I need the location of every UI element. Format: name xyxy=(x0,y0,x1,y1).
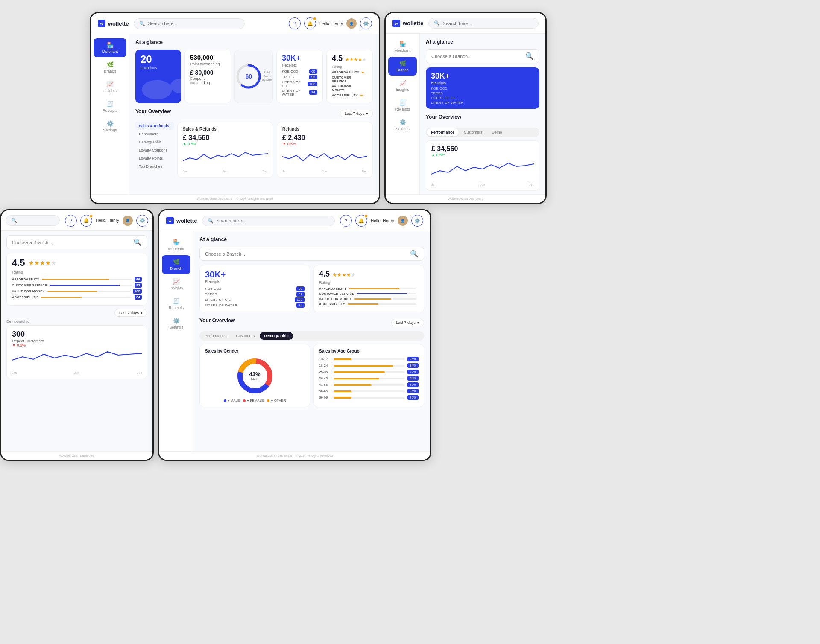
w4-receipts[interactable]: 🧾 Receipts xyxy=(162,294,190,313)
rating-stars: ★★★★★ xyxy=(345,55,366,63)
search-input-win2[interactable] xyxy=(442,21,533,26)
sidebar-label-receipts: Receipts xyxy=(102,108,117,113)
sidebar-item-merchant[interactable]: 🏪 Merchant xyxy=(94,38,126,57)
w4-settings[interactable]: ⚙️ Settings xyxy=(162,314,190,333)
locations-label: Locations xyxy=(141,66,176,70)
w3-metric-1: CUSTOMER SERVICE 93 xyxy=(12,283,142,288)
points-num: 530,000 xyxy=(190,54,226,61)
gear-btn-w4[interactable]: ⚙️ xyxy=(411,215,423,227)
ov-demographic[interactable]: Demographic xyxy=(135,138,174,146)
legend-other: ● OTHER xyxy=(267,399,286,402)
logo-win2: w wollette xyxy=(392,20,423,27)
bottom-left-window: 🔍 ? 🔔 Hello, Henry 👤 ⚙️ 🔍 xyxy=(0,209,154,461)
w2-glance-title: At a glance xyxy=(426,39,539,45)
settings-icon: ⚙️ xyxy=(107,120,114,127)
bell-btn-w3[interactable]: 🔔 xyxy=(80,215,92,227)
w4-receipts-num: 30K+ xyxy=(205,270,305,280)
user-greeting: Hello, Henry xyxy=(319,21,343,26)
w4-branch[interactable]: 🌿 Branch xyxy=(162,255,190,274)
gender-donut: 43% Male xyxy=(236,357,274,395)
tab-performance[interactable]: Performance xyxy=(427,128,459,136)
charts-row: Sales & Refunds £ 34,560 ▲ 0.5% Jan Jun … xyxy=(177,122,373,178)
main-dashboard-window: w wollette 🔍 ? 🔔 Hello, Henry 👤 ⚙️ xyxy=(90,12,380,204)
w2-branch-icon: 🌿 xyxy=(399,60,406,67)
help-btn-w3[interactable]: ? xyxy=(65,215,77,227)
tab-demo[interactable]: Demo xyxy=(488,128,507,136)
ov-top-branches[interactable]: Top Branches xyxy=(135,163,174,170)
w2-tab-row: Performance Customers Demo xyxy=(426,128,539,137)
sidebar-item-insights[interactable]: 📈 Insights xyxy=(94,78,126,96)
ov-loyalty-coupons[interactable]: Loyalty Coupons xyxy=(135,146,174,154)
sidebar-item-receipts[interactable]: 🧾 Receipts xyxy=(94,97,126,116)
sidebar-item-branch[interactable]: 🌿 Branch xyxy=(94,58,126,77)
w4-tab-demographic[interactable]: Demographic xyxy=(260,332,293,340)
help-button[interactable]: ? xyxy=(289,17,301,29)
avatar-w4: 👤 xyxy=(398,216,408,226)
search-bar-win2[interactable]: 🔍 xyxy=(428,18,539,29)
gauge-card: 60 Point Sales System xyxy=(234,50,273,103)
w2-receipts[interactable]: 🧾 Receipts xyxy=(388,96,417,115)
ov-consumers[interactable]: Consumers xyxy=(135,130,174,138)
search-input-win1[interactable] xyxy=(148,21,239,26)
w3-branch-input[interactable] xyxy=(12,240,130,245)
help-btn-w4[interactable]: ? xyxy=(340,215,352,227)
w4-overview-title: Your Overview xyxy=(199,318,235,323)
age-card: Sales by Age Group 13-17 25% 18-24 84% xyxy=(313,344,424,407)
search-input-win4[interactable] xyxy=(216,218,329,223)
gear-btn-w3[interactable]: ⚙️ xyxy=(136,215,148,227)
settings-button[interactable]: ⚙️ xyxy=(360,17,372,29)
w4-insights[interactable]: 📈 Insights xyxy=(162,275,190,294)
app-name-w2: wollette xyxy=(403,20,423,26)
metric-value-money: VALUE FOR MONEY xyxy=(332,85,367,92)
w4-tab-performance[interactable]: Performance xyxy=(200,332,231,340)
top-nav-win1: w wollette 🔍 ? 🔔 Hello, Henry 👤 ⚙️ xyxy=(91,13,379,34)
svg-point-0 xyxy=(142,80,172,99)
sidebar-item-settings[interactable]: ⚙️ Settings xyxy=(94,117,126,136)
tab-customers[interactable]: Customers xyxy=(460,128,487,136)
main-layout-win1: 🏪 Merchant 🌿 Branch 📈 Insights 🧾 Receipt… xyxy=(91,34,379,194)
w3-sparkline xyxy=(12,347,142,369)
search-bar-win3[interactable]: 🔍 xyxy=(6,215,60,226)
search-icon-w2: 🔍 xyxy=(434,20,440,26)
w3-metric-0: AFFORDABILITY 66 xyxy=(12,277,142,282)
ov-loyalty-points[interactable]: Loyalty Points xyxy=(135,154,174,162)
branch-search-input-w2[interactable] xyxy=(431,54,522,59)
search-bar-win1[interactable]: 🔍 xyxy=(134,18,245,29)
w2-merchant[interactable]: 🏪 Merchant xyxy=(388,37,417,56)
search-input-win3[interactable] xyxy=(20,218,54,223)
w4-branch-search[interactable]: 🔍 xyxy=(199,247,424,261)
w3-rating-num: 4.5 xyxy=(12,257,25,268)
w4-rating-card: 4.5 ★★★★★ Rating AFFORDABILITY CUSTOMER … xyxy=(313,265,424,312)
w2-branch[interactable]: 🌿 Branch xyxy=(388,57,417,76)
w2-settings-icon: ⚙️ xyxy=(399,119,406,125)
overview-title: Your Overview xyxy=(135,108,171,114)
w4-receipts-label: Receipts xyxy=(205,280,305,284)
branch-search-w2[interactable]: 🔍 xyxy=(426,49,539,63)
age-group-list: 13-17 25% 18-24 84% 25-35 xyxy=(319,357,419,400)
w4-period-select[interactable]: Last 7 days ▾ xyxy=(391,319,424,326)
ov-sales-refunds[interactable]: Sales & Refunds xyxy=(135,122,174,130)
w4-branch-input[interactable] xyxy=(205,251,407,256)
receipt-row-2: LITERS OF OIL 102 xyxy=(282,80,317,88)
w4-tab-customers[interactable]: Customers xyxy=(232,332,259,340)
receipts-label: Receipts xyxy=(282,63,317,67)
w3-branch-search[interactable]: 🔍 xyxy=(6,235,147,249)
w4-stars: ★★★★★ xyxy=(332,271,356,278)
bell-btn-w4[interactable]: 🔔 xyxy=(355,215,367,227)
search-bar-win4[interactable]: 🔍 xyxy=(202,216,335,226)
w4-glance-cards: 30K+ Receipts KGE CO2 60 TREES 92 xyxy=(199,265,424,312)
receipt-row-0: KGE CO2 60 xyxy=(282,69,317,74)
refunds-sparkline xyxy=(282,146,367,167)
w2-overview-title: Your Overview xyxy=(426,114,461,120)
w4-merchant[interactable]: 🏪 Merchant xyxy=(162,236,190,254)
w4-m0: AFFORDABILITY xyxy=(319,287,419,291)
w2-insights[interactable]: 📈 Insights xyxy=(388,76,417,95)
rating-card: 4.5 ★★★★★ Rating AFFORDABILITY xyxy=(326,50,373,103)
w4-branch-search-icon: 🔍 xyxy=(410,250,419,258)
footer-win3: Wollette Admin Dashboard xyxy=(1,451,152,460)
w2-settings[interactable]: ⚙️ Settings xyxy=(388,116,417,134)
w2-r1: TREES xyxy=(431,91,534,95)
bell-button[interactable]: 🔔 xyxy=(304,17,316,29)
w3-period-select[interactable]: Last 7 days ▾ xyxy=(114,309,147,317)
period-select[interactable]: Last 7 days ▾ xyxy=(340,110,373,117)
